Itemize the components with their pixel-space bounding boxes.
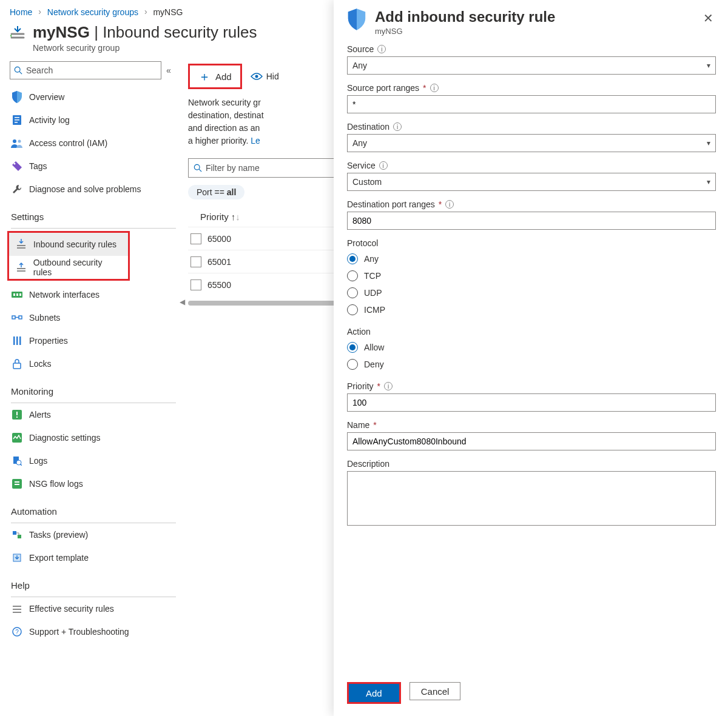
svg-rect-35 <box>18 535 21 538</box>
nav-network-interfaces[interactable]: Network interfaces <box>5 283 182 306</box>
nav-flow-logs[interactable]: NSG flow logs <box>5 472 182 495</box>
plus-icon: ＋ <box>198 69 211 85</box>
cell-priority: 65000 <box>207 234 231 244</box>
svg-rect-22 <box>19 336 21 345</box>
description-textarea[interactable] <box>347 471 716 526</box>
svg-rect-34 <box>13 531 16 535</box>
hide-defaults-button[interactable]: Hid <box>251 72 279 81</box>
diag-icon <box>11 433 23 443</box>
svg-rect-21 <box>16 336 18 345</box>
label-name: Name <box>347 420 369 430</box>
svg-rect-23 <box>13 363 21 369</box>
alert-icon <box>11 410 23 420</box>
search-placeholder: Search <box>26 65 53 75</box>
logs-icon <box>11 456 23 466</box>
log-icon <box>11 115 23 125</box>
nav-iam[interactable]: Access control (IAM) <box>5 132 182 155</box>
nav-locks[interactable]: Locks <box>5 352 182 375</box>
source-ports-input[interactable] <box>347 95 716 113</box>
info-icon[interactable]: i <box>377 45 386 53</box>
action-deny-radio[interactable]: Deny <box>347 356 716 373</box>
source-select[interactable]: Any▾ <box>347 56 716 75</box>
add-rule-panel: Add inbound security rule myNSG ✕ Source… <box>334 0 728 716</box>
cell-priority: 65500 <box>207 280 231 290</box>
radio-icon <box>347 304 358 315</box>
chevron-down-icon: ▾ <box>707 61 710 70</box>
nav-diagnose[interactable]: Diagnose and solve problems <box>5 178 182 201</box>
svg-rect-37 <box>13 606 21 607</box>
protocol-udp-radio[interactable]: UDP <box>347 284 716 301</box>
info-icon[interactable]: i <box>384 382 393 390</box>
service-select[interactable]: Custom▾ <box>347 173 716 191</box>
sidebar-search[interactable]: Search <box>10 61 161 79</box>
nav-label: NSG flow logs <box>29 479 83 489</box>
protocol-any-radio[interactable]: Any <box>347 250 716 267</box>
nav-diagnostic-settings[interactable]: Diagnostic settings <box>5 426 182 449</box>
info-icon[interactable]: i <box>379 161 388 170</box>
svg-rect-39 <box>13 612 21 613</box>
nav-logs[interactable]: Logs <box>5 449 182 472</box>
sort-desc-icon: ↓ <box>235 212 240 222</box>
checkbox[interactable] <box>190 233 201 244</box>
nav-alerts[interactable]: Alerts <box>5 403 182 426</box>
nav-properties[interactable]: Properties <box>5 329 182 352</box>
action-allow-radio[interactable]: Allow <box>347 339 716 356</box>
label-priority: Priority <box>347 381 374 391</box>
nav-subnets[interactable]: Subnets <box>5 306 182 329</box>
protocol-tcp-radio[interactable]: TCP <box>347 267 716 284</box>
nav-activity-log[interactable]: Activity log <box>5 109 182 132</box>
svg-rect-16 <box>19 293 21 296</box>
nav-effective-rules[interactable]: Effective security rules <box>5 597 182 620</box>
nic-icon <box>11 290 23 299</box>
nav-label: Logs <box>29 456 47 466</box>
eye-icon <box>251 72 263 81</box>
svg-rect-9 <box>17 245 25 246</box>
nav-label: Outbound security rules <box>33 258 122 277</box>
protocol-icmp-radio[interactable]: ICMP <box>347 301 716 318</box>
nav-label: Network interfaces <box>29 290 99 299</box>
svg-point-6 <box>13 139 16 143</box>
collapse-sidebar-icon[interactable]: « <box>166 65 171 75</box>
nav-export-template[interactable]: Export template <box>5 546 182 569</box>
nav-inbound-rules[interactable]: Inbound security rules <box>9 233 128 256</box>
outbound-rule-icon <box>15 262 27 273</box>
nav-label: Support + Troubleshooting <box>29 627 129 637</box>
subnet-icon <box>11 313 23 322</box>
dest-ports-input[interactable] <box>347 212 716 230</box>
panel-cancel-button[interactable]: Cancel <box>410 682 461 700</box>
panel-add-button[interactable]: Add <box>349 684 399 702</box>
checkbox[interactable] <box>190 256 201 267</box>
learn-more-link[interactable]: Le <box>251 136 260 146</box>
label-destination: Destination <box>347 122 389 132</box>
svg-rect-4 <box>15 119 19 121</box>
priority-input[interactable] <box>347 393 716 412</box>
breadcrumb-home[interactable]: Home <box>10 7 32 17</box>
info-icon[interactable]: i <box>445 200 454 209</box>
rules-icon <box>11 604 23 614</box>
svg-point-7 <box>18 140 21 143</box>
breadcrumb-nsg-list[interactable]: Network security groups <box>47 7 138 17</box>
add-rule-button[interactable]: ＋ Add <box>190 65 240 87</box>
nav-outbound-rules[interactable]: Outbound security rules <box>9 256 128 279</box>
nav-label: Inbound security rules <box>33 239 116 249</box>
svg-rect-18 <box>19 316 22 319</box>
checkbox[interactable] <box>190 279 201 290</box>
flow-logs-icon <box>11 479 23 489</box>
nav-support[interactable]: ? Support + Troubleshooting <box>5 620 182 643</box>
nav-section-monitoring: Monitoring <box>5 375 182 400</box>
info-icon[interactable]: i <box>430 84 439 92</box>
destination-select[interactable]: Any▾ <box>347 134 716 152</box>
svg-rect-12 <box>17 270 25 272</box>
svg-rect-17 <box>12 316 15 319</box>
info-icon[interactable]: i <box>393 122 402 131</box>
close-button[interactable]: ✕ <box>701 8 716 28</box>
svg-rect-5 <box>15 122 18 123</box>
filter-chip-port[interactable]: Port == all <box>188 185 244 199</box>
nav-tasks[interactable]: Tasks (preview) <box>5 523 182 546</box>
nav-section-help: Help <box>5 569 182 594</box>
name-input[interactable] <box>347 432 716 450</box>
nav-tags[interactable]: Tags <box>5 155 182 178</box>
nav-label: Export template <box>29 553 89 563</box>
nav-label: Diagnostic settings <box>29 433 101 443</box>
nav-overview[interactable]: Overview <box>5 85 182 109</box>
